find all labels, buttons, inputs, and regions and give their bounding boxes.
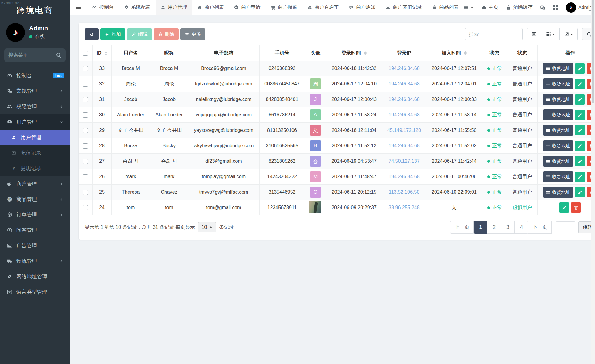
row-edit-button[interactable] (575, 141, 585, 151)
row-edit-button[interactable] (575, 156, 585, 166)
sort-carets-icon[interactable] (364, 51, 367, 55)
clear-cache-button[interactable]: 清除缓存 (506, 4, 533, 11)
row-checkbox[interactable] (83, 205, 88, 210)
column-header-加入时间[interactable]: 加入时间 (426, 45, 482, 61)
nav-tab-7[interactable]: 商户直通车 (302, 0, 344, 15)
nav-tab-9[interactable]: 商户充值记录 (381, 0, 427, 15)
page-button-2[interactable]: 2 (487, 221, 501, 234)
nav-tab-8[interactable]: 商户通知 (344, 0, 381, 15)
sidebar-item-truck[interactable]: 物流管理 (0, 253, 70, 269)
address-button[interactable]: 收货地址 (543, 63, 573, 74)
page-button-4[interactable]: 4 (515, 221, 528, 234)
role-cell: 虚拟用户 (507, 200, 537, 215)
add-button[interactable]: 添加 (100, 28, 125, 40)
sidebar-item-link[interactable]: 网络地址管理 (0, 269, 70, 284)
nav-tab-4[interactable]: 商户列表 (192, 0, 229, 15)
row-checkbox[interactable] (83, 190, 88, 195)
login-ip-link[interactable]: 194.246.34.68 (388, 66, 419, 71)
row-checkbox[interactable] (83, 159, 88, 164)
row-checkbox[interactable] (83, 128, 88, 133)
sidebar-item-user-circle[interactable]: 用户管理 (0, 114, 70, 130)
sidebar-item-circle-p[interactable]: P商品管理 (0, 192, 70, 207)
login-ip-link[interactable]: 74.50.127.137 (388, 159, 419, 164)
column-header-ID[interactable]: ID (92, 45, 111, 61)
column-header-登录时间[interactable]: 登录时间 (326, 45, 382, 61)
row-checkbox[interactable] (83, 112, 88, 118)
login-ip-link[interactable]: 45.149.172.120 (387, 128, 421, 133)
address-button[interactable]: 收货地址 (543, 109, 573, 120)
tabs-list-dropdown[interactable] (464, 5, 474, 10)
export-button[interactable] (560, 28, 578, 40)
sidebar-toggle-icon[interactable] (70, 0, 87, 15)
login-ip-link[interactable]: 194.246.34.68 (388, 97, 419, 102)
login-ip-link[interactable]: 194.246.34.68 (388, 174, 419, 179)
row-edit-button[interactable] (575, 110, 585, 120)
row-delete-button[interactable] (571, 202, 581, 213)
row-checkbox[interactable] (83, 97, 88, 102)
sidebar-item-cube[interactable]: 订单管理 (0, 207, 70, 222)
row-edit-button[interactable] (575, 125, 585, 135)
fullscreen-button[interactable] (553, 5, 558, 10)
nav-tab-10[interactable]: 商品列表 (427, 0, 464, 15)
columns-button[interactable] (541, 28, 560, 40)
detail-view-button[interactable] (527, 28, 541, 40)
sidebar-item-yen[interactable]: ¥提现记录 (0, 161, 70, 176)
sidebar-item-dashboard[interactable]: 控制台hot (0, 68, 70, 83)
nav-tab-3[interactable]: 用户管理 (156, 0, 192, 15)
row-checkbox[interactable] (83, 174, 88, 179)
sidebar-item-card[interactable]: 充值记录 (0, 145, 70, 161)
row-edit-button[interactable] (575, 187, 585, 197)
row-edit-button[interactable] (575, 172, 585, 182)
sidebar-item-language[interactable]: 文语言类型管理 (0, 284, 70, 300)
jump-page-input[interactable] (556, 221, 575, 233)
scrollbar[interactable] (591, 0, 595, 364)
row-edit-button[interactable] (575, 94, 585, 105)
nav-tab-1[interactable]: 控制台 (87, 0, 119, 15)
login-ip-link[interactable]: 194.246.34.68 (388, 81, 419, 86)
sidebar-item-apple[interactable]: 商户管理 (0, 176, 70, 192)
sidebar-item-ad[interactable]: 广告管理 (0, 238, 70, 253)
page-button-1[interactable]: 1 (474, 221, 487, 234)
select-all-checkbox[interactable] (83, 51, 88, 56)
nav-tab-6[interactable]: 商户橱窗 (266, 0, 302, 15)
page-button-3[interactable]: 3 (501, 221, 515, 234)
nav-tab-2[interactable]: 系统配置 (119, 0, 156, 15)
admin-menu[interactable]: ♪ Admin (566, 2, 592, 13)
translate-button[interactable]: 文 (540, 5, 545, 10)
address-button[interactable]: 收货地址 (543, 94, 573, 105)
more-button[interactable]: 更多 (180, 28, 205, 40)
address-button[interactable]: 收货地址 (543, 78, 573, 89)
sidebar-item-question[interactable]: ?问答管理 (0, 222, 70, 238)
nav-tab-5[interactable]: 商户申请 (229, 0, 266, 15)
address-button[interactable]: 收货地址 (543, 156, 573, 167)
edit-button[interactable]: 编辑 (127, 28, 152, 40)
row-edit-button[interactable] (575, 79, 585, 89)
row-edit-button[interactable] (559, 202, 569, 213)
sidebar-item-user[interactable]: 用户管理 (0, 130, 70, 145)
refresh-button[interactable] (85, 28, 99, 40)
sidebar-item-gears[interactable]: 常规管理 (0, 83, 70, 99)
delete-button[interactable]: 删除 (154, 28, 179, 40)
address-button[interactable]: 收货地址 (543, 187, 573, 198)
row-checkbox[interactable] (83, 82, 88, 87)
sort-carets-icon[interactable] (464, 51, 467, 55)
select-all-header[interactable] (79, 45, 92, 61)
sidebar-item-users[interactable]: 权限管理 (0, 99, 70, 114)
login-ip-link[interactable]: 113.52.106.50 (389, 189, 419, 195)
row-edit-button[interactable] (575, 63, 585, 74)
login-ip-link[interactable]: 38.96.255.248 (388, 205, 419, 210)
address-button[interactable]: 收货地址 (543, 140, 573, 151)
scrollbar-thumb[interactable] (592, 0, 594, 103)
table-search-input[interactable] (465, 28, 523, 40)
home-button[interactable]: 主页 (482, 4, 498, 11)
prev-page-button[interactable]: 上一页 (450, 221, 474, 234)
address-button[interactable]: 收货地址 (543, 125, 573, 136)
row-checkbox[interactable] (83, 143, 88, 149)
address-button[interactable]: 收货地址 (543, 171, 573, 182)
page-size-select[interactable]: 10 (198, 222, 216, 232)
next-page-button[interactable]: 下一页 (528, 221, 552, 234)
row-checkbox[interactable] (83, 66, 88, 71)
login-ip-link[interactable]: 194.246.34.68 (388, 112, 419, 117)
sort-carets-icon[interactable] (104, 51, 107, 55)
login-ip-link[interactable]: 194.246.34.68 (388, 143, 419, 148)
